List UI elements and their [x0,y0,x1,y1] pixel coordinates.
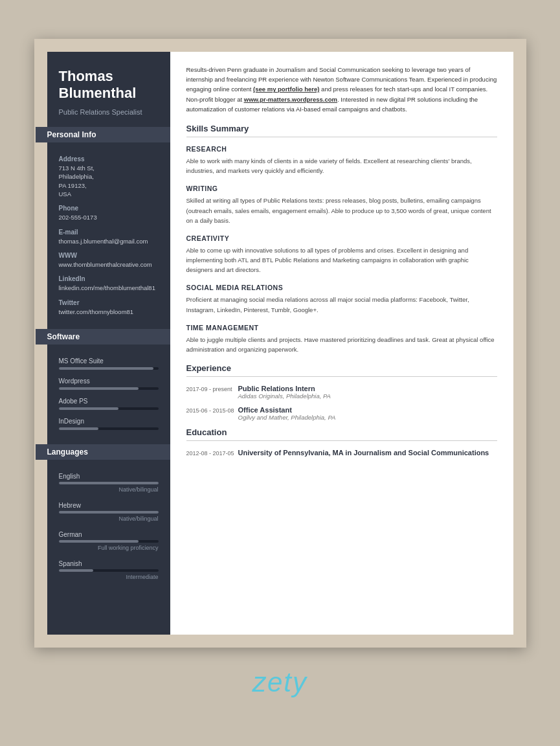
language-item: Spanish Intermediate [59,560,159,580]
personal-info-heading: Personal Info [36,127,182,142]
edu-date: 2012-08 - 2017-05 [186,449,238,458]
education-item: 2012-08 - 2017-05 University of Pennsylv… [186,449,497,458]
language-bar-bg [59,540,159,543]
address-value: 713 N 4th St,Philadelphia,PA 19123,USA [59,164,159,198]
skill-item: InDesign [59,418,159,430]
skill-bar-fill [59,367,153,370]
main-skill-section: RESEARCH Able to work with many kinds of… [186,145,497,175]
main-skill-heading: WRITING [186,185,497,192]
exp-title: Office Assistant [238,406,497,414]
main-skill-heading: SOCIAL MEDIA RELATIONS [186,284,497,291]
main-skill-section: SOCIAL MEDIA RELATIONS Proficient at man… [186,284,497,314]
linkedin-value: linkedin.com/me/thomblumenthal81 [59,284,159,292]
experience-container: 2017-09 - present Public Relations Inter… [186,385,497,421]
main-skill-heading: RESEARCH [186,145,497,153]
twitter-item: Twitter twitter.com/thomnybloom81 [59,299,159,316]
language-bar-fill [59,511,159,514]
skill-bar-fill [59,427,99,430]
main-skill-section: CREATIVITY Able to come up with innovati… [186,234,497,275]
portfolio-link[interactable]: (see my portfolio here) [253,85,319,93]
twitter-value: twitter.com/thomnybloom81 [59,308,159,316]
education-container: 2012-08 - 2017-05 University of Pennsylv… [186,449,497,458]
language-level: Native/bilingual [59,486,159,493]
www-item: WWW www.thomblumenthalcreative.com [59,252,159,269]
main-skill-desc: Skilled at writing all types of Public R… [186,196,497,225]
skill-bar-bg [59,387,159,390]
phone-value: 202-555-0173 [59,213,159,221]
experience-item: 2015-06 - 2015-08 Office Assistant Ogilv… [186,406,497,421]
skill-item: Wordpress [59,378,159,390]
skill-item: MS Office Suite [59,357,159,370]
main-skill-desc: Able to come up with innovative solution… [186,245,497,275]
software-section: MS Office Suite Wordpress Adobe PS InDes… [47,351,170,444]
linkedin-label: LinkedIn [59,275,159,282]
language-bar-bg [59,569,159,572]
exp-detail: Public Relations Intern Adidas Originals… [238,385,497,400]
main-content: Results-driven Penn graduate in Journali… [170,52,513,635]
email-label: E-mail [59,229,159,236]
sidebar-header: Thomas Blumenthal Public Relations Speci… [47,52,170,127]
main-skill-desc: Able to juggle multiple clients and proj… [186,335,497,354]
address-label: Address [59,155,159,163]
skill-name: Wordpress [59,378,159,385]
summary-text: Results-driven Penn graduate in Journali… [186,65,497,114]
language-name: English [59,473,159,480]
exp-title: Public Relations Intern [238,385,497,392]
language-bar-bg [59,511,159,514]
language-bar-fill [59,569,94,572]
candidate-name: Thomas Blumenthal [59,68,159,102]
exp-company: Ogilvy and Mather, Philadelphia, PA [238,414,497,421]
main-skill-section: TIME MANAGEMENT Able to juggle multiple … [186,324,497,354]
personal-info-section: Address 713 N 4th St,Philadelphia,PA 191… [47,149,170,329]
skill-name: InDesign [59,418,159,425]
education-heading: Education [186,427,497,441]
language-bar-fill [59,482,159,484]
language-bar-bg [59,482,159,484]
www-value: www.thomblumenthalcreative.com [59,260,159,269]
email-value: thomas.j.blumenthal@gmail.com [59,237,159,245]
skill-bar-fill [59,387,139,390]
main-skill-section: WRITING Skilled at writing all types of … [186,185,497,225]
skill-name: MS Office Suite [59,357,159,365]
software-heading: Software [36,329,182,345]
main-skill-desc: Proficient at managing social media rela… [186,295,497,314]
skill-bar-bg [59,407,159,410]
resume: Thomas Blumenthal Public Relations Speci… [47,52,513,635]
main-skill-heading: TIME MANAGEMENT [186,324,497,332]
candidate-title: Public Relations Specialist [59,107,159,117]
language-level: Native/bilingual [59,515,159,522]
language-item: German Full working proficiency [59,531,159,551]
phone-item: Phone 202-555-0173 [59,205,159,221]
exp-company: Adidas Originals, Philadelphia, PA [238,392,497,400]
languages-heading: Languages [36,444,182,460]
skill-bar-fill [59,407,118,410]
exp-date: 2017-09 - present [186,385,238,400]
email-item: E-mail thomas.j.blumenthal@gmail.com [59,229,159,245]
language-level: Intermediate [59,574,159,580]
zety-brand: zety [252,667,308,698]
address-item: Address 713 N 4th St,Philadelphia,PA 191… [59,155,159,198]
exp-date: 2015-06 - 2015-08 [186,406,238,421]
edu-detail: University of Pennsylvania, MA in Journa… [238,449,497,458]
language-item: Hebrew Native/bilingual [59,502,159,522]
skill-bar-bg [59,367,159,370]
exp-detail: Office Assistant Ogilvy and Mather, Phil… [238,406,497,421]
page-wrapper: Thomas Blumenthal Public Relations Speci… [34,39,526,648]
skill-item: Adobe PS [59,398,159,410]
linkedin-item: LinkedIn linkedin.com/me/thomblumenthal8… [59,275,159,292]
twitter-label: Twitter [59,299,159,306]
language-name: Spanish [59,560,159,567]
main-skill-desc: Able to work with many kinds of clients … [186,156,497,175]
skills-summary-heading: Skills Summary [186,124,497,137]
main-skill-heading: CREATIVITY [186,234,497,242]
skills-main-container: RESEARCH Able to work with many kinds of… [186,145,497,354]
skill-bar-bg [59,427,159,430]
www-label: WWW [59,252,159,259]
language-item: English Native/bilingual [59,473,159,493]
sidebar: Thomas Blumenthal Public Relations Speci… [47,52,170,635]
experience-item: 2017-09 - present Public Relations Inter… [186,385,497,400]
phone-label: Phone [59,205,159,212]
edu-title: University of Pennsylvania, MA in Journa… [238,449,497,457]
blog-link[interactable]: www.pr-matters.wordpress.com [244,96,337,103]
experience-heading: Experience [186,363,497,377]
